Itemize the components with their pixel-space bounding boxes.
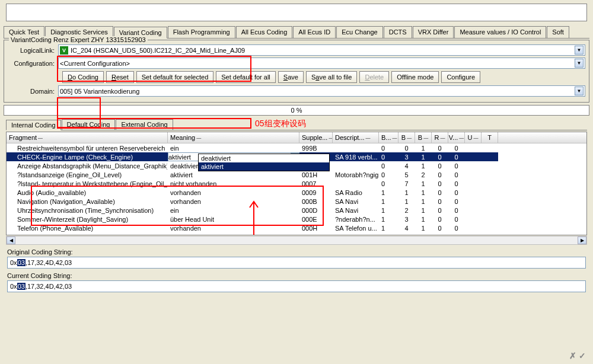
table-row[interactable]: Navigation (Navigation_Available)vorhand… (7, 197, 586, 206)
meaning-dropdown-open[interactable]: deaktiviert aktiviert (198, 154, 330, 171)
table-row[interactable]: Audio (Audio_available)vorhanden0009SA R… (7, 188, 586, 197)
set-default-all-button[interactable]: Set default for all (216, 71, 276, 83)
status-badge-icon: V (60, 46, 68, 55)
cell-meaning[interactable]: vorhanden (168, 188, 299, 197)
cell-meaning[interactable]: ein (168, 206, 299, 215)
cell-num: 0 (432, 188, 448, 197)
cell-num: 1 (415, 223, 432, 232)
cell-descript: SA Radio (333, 188, 379, 197)
cell-num: 0 (448, 223, 465, 232)
table-row[interactable]: ?lstandsanzeige (Engine_Oil_Level)aktivi… (7, 170, 586, 179)
cell-fragment: ?lstand- temperatur in Werkstattebene (E… (7, 179, 168, 188)
cell-num: 1 (379, 206, 398, 215)
tab-dcts[interactable]: DCTS (384, 26, 412, 38)
cell-num: 0 (432, 143, 448, 152)
configuration-value: <Current Configuration> (60, 60, 130, 67)
confirm-icon[interactable]: ✓ (579, 351, 586, 360)
col-u[interactable]: U— (465, 132, 482, 143)
cell-num: 1 (415, 197, 432, 206)
cell-meaning[interactable]: nicht vorhanden (168, 179, 299, 188)
col-descript[interactable]: Descript...— (333, 132, 379, 143)
save-all-button[interactable]: Save all to file (306, 71, 358, 83)
cell-num: 3 (398, 152, 415, 161)
offline-mode-button[interactable]: Offline mode (391, 71, 439, 83)
cell-num (482, 206, 498, 215)
cell-num: 1 (398, 197, 415, 206)
cell-num: 0 (432, 206, 448, 215)
cell-supple: 000B (299, 197, 333, 206)
cell-num (465, 206, 482, 215)
cell-num (482, 188, 498, 197)
scroll-track[interactable] (15, 237, 578, 244)
tab-vrx-differ[interactable]: VRX Differ (413, 26, 454, 38)
col-v[interactable]: V...— (448, 132, 465, 143)
table-row[interactable]: Sommer-/Winterzeit (Daylight_Saving)über… (7, 215, 586, 223)
col-r[interactable]: R— (432, 132, 448, 143)
cell-supple: 999B (299, 143, 333, 152)
col-b2[interactable]: B— (398, 132, 415, 143)
cell-fragment: Audio (Audio_available) (7, 188, 168, 197)
original-coding-value[interactable]: 0x03,17,32,4D,42,03 (7, 257, 586, 269)
tab-all-ecus-coding[interactable]: All Ecus Coding (236, 26, 293, 38)
chevron-down-icon[interactable]: ▼ (575, 46, 584, 55)
current-coding-value[interactable]: 0x03,17,32,4D,42,03 (7, 280, 586, 292)
cell-num: 0 (379, 170, 398, 179)
tab-internal-coding[interactable]: Internal Coding (6, 120, 61, 130)
save-button[interactable]: Save (278, 71, 304, 83)
domain-dropdown[interactable]: 005] 05 Variantenkodierung ▼ (58, 85, 585, 97)
tab-all-ecus-id[interactable]: All Ecus ID (293, 26, 336, 38)
cell-meaning[interactable]: vorhanden (168, 223, 299, 232)
horizontal-scrollbar[interactable]: ◀ ▶ (6, 236, 587, 245)
tab-ecu-change[interactable]: Ecu Change (336, 26, 383, 38)
col-b3[interactable]: B— (415, 132, 432, 143)
fieldset-legend: VariantCoding Renz Expert ZHY 1331515290… (9, 36, 148, 43)
logical-link-dropdown[interactable]: V IC_204 (HSCAN_UDS_500).IC212_IC_204_Mi… (58, 44, 585, 56)
cell-num: 0 (379, 152, 398, 161)
cell-num (465, 215, 482, 223)
cell-num (465, 143, 482, 152)
button-row: Do Coding Reset Set default for selected… (62, 71, 585, 83)
option-deaktiviert[interactable]: deaktiviert (199, 154, 329, 162)
cell-num: 0 (432, 152, 448, 161)
scroll-left-icon[interactable]: ◀ (7, 237, 15, 244)
table-row[interactable]: ?lstand- temperatur in Werkstattebene (E… (7, 179, 586, 188)
col-t[interactable]: T (482, 132, 498, 143)
cell-meaning[interactable]: vorhanden (168, 197, 299, 206)
confirm-cancel-icons: ✗ ✓ (569, 351, 586, 360)
set-default-selected-button[interactable]: Set default for selected (136, 71, 214, 83)
cell-num: 4 (398, 161, 415, 170)
chevron-down-icon[interactable]: ▼ (575, 59, 584, 68)
tab-external-coding[interactable]: External Coding (116, 119, 173, 130)
option-aktiviert[interactable]: aktiviert (199, 162, 329, 171)
col-fragment[interactable]: Fragment— (7, 132, 168, 143)
domain-value: 005] 05 Variantenkodierung (60, 88, 139, 95)
col-meaning[interactable]: Meaning— (168, 132, 299, 143)
cell-meaning[interactable]: ein (168, 143, 299, 152)
cell-num: 0 (448, 152, 465, 161)
do-coding-button[interactable]: Do Coding (62, 71, 104, 83)
configure-button[interactable]: Configure (441, 71, 480, 83)
cancel-icon[interactable]: ✗ (569, 351, 576, 360)
configuration-dropdown[interactable]: <Current Configuration> ▼ (58, 58, 585, 69)
cell-fragment: Navigation (Navigation_Available) (7, 197, 168, 206)
chevron-down-icon[interactable]: ▼ (575, 87, 584, 95)
table-row[interactable]: Telefon (Phone_Available)vorhanden000HSA… (7, 223, 586, 232)
cell-fragment: Restreichweitensymbol für unteren Reserv… (7, 143, 168, 152)
cell-num: 1 (415, 143, 432, 152)
cell-num: 5 (398, 170, 415, 179)
cell-num: 1 (379, 188, 398, 197)
tab-default-coding[interactable]: Default Coding (62, 119, 116, 130)
col-supple[interactable]: Supple...— (299, 132, 333, 143)
reset-button[interactable]: Reset (106, 71, 134, 83)
cell-meaning[interactable]: aktiviert (168, 170, 299, 179)
tab-flash-programming[interactable]: Flash Programming (168, 26, 235, 38)
cell-meaning[interactable]: über Head Unit (168, 215, 299, 223)
coding-table[interactable]: Fragment— Meaning— Supple...— Descript..… (6, 132, 587, 235)
tab-soft[interactable]: Soft (547, 26, 569, 38)
table-row[interactable]: Restreichweitensymbol für unteren Reserv… (7, 143, 586, 152)
table-row[interactable]: Uhrzeitsynchronisation (Time_Synchronisa… (7, 206, 586, 215)
scroll-right-icon[interactable]: ▶ (578, 237, 586, 244)
col-b1[interactable]: B...— (379, 132, 398, 143)
cell-num: 0 (448, 215, 465, 223)
tab-measure-values[interactable]: Measure values / IO Control (454, 26, 546, 38)
